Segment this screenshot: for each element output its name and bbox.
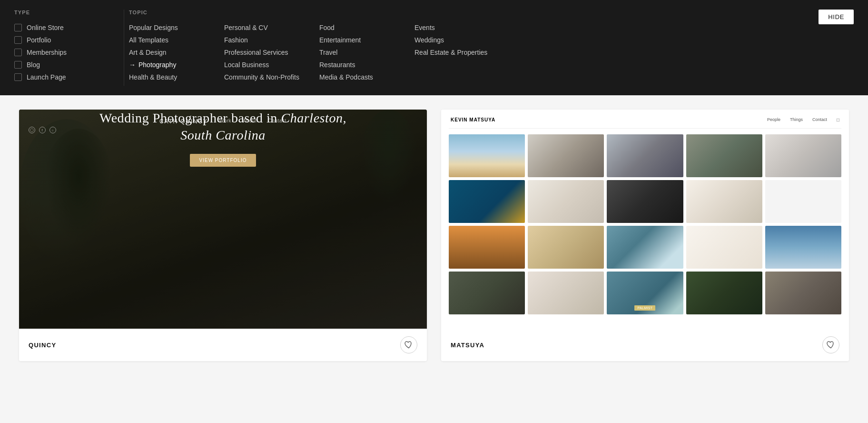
- photo-cell-8: [607, 180, 683, 223]
- photo-cell-11: [449, 226, 525, 269]
- matsuya-nav-links: People Things Contact □: [767, 117, 839, 122]
- type-topic-divider: [124, 10, 124, 86]
- type-filter-section: TYPE Online Store Portfolio Memberships …: [14, 10, 119, 86]
- templates-grid: ◯ f ○ CATH QUINCY Work About Contact Wed…: [0, 95, 868, 375]
- matsuya-favorite-button[interactable]: [822, 336, 839, 353]
- topic-column-3: Food Entertainment Travel Restaurants Me…: [319, 24, 414, 86]
- photo-cell-15: [765, 226, 841, 269]
- photo-cell-9: [686, 180, 762, 223]
- matsuya-content: KEVIN MATSUYA People Things Contact □: [441, 110, 849, 329]
- topic-restaurants[interactable]: Restaurants: [319, 61, 414, 69]
- template-card-quincy[interactable]: ◯ f ○ CATH QUINCY Work About Contact Wed…: [19, 110, 427, 361]
- topic-events[interactable]: Events: [414, 24, 510, 31]
- photo-cell-1: [449, 134, 525, 177]
- photo-cell-5: [765, 134, 841, 177]
- topic-column-4: Events Weddings Real Estate & Properties: [414, 24, 510, 86]
- type-filter-item-portfolio[interactable]: Portfolio: [14, 36, 119, 44]
- photo-cell-18: PALMIST: [607, 272, 683, 314]
- hide-button[interactable]: HIDE: [819, 10, 854, 24]
- quincy-headline: Wedding Photographer based in Charleston…: [19, 110, 427, 144]
- type-filter-item-online-store[interactable]: Online Store: [14, 24, 119, 31]
- type-label-launch-page: Launch Page: [27, 73, 66, 81]
- topic-travel[interactable]: Travel: [319, 49, 414, 56]
- type-filter-item-launch-page[interactable]: Launch Page: [14, 73, 119, 81]
- topic-photography[interactable]: → Photography: [129, 61, 224, 69]
- type-label: TYPE: [14, 10, 119, 15]
- topic-weddings[interactable]: Weddings: [414, 36, 510, 44]
- matsuya-name: MATSUYA: [451, 342, 484, 349]
- topic-all-templates[interactable]: → All Templates: [129, 36, 224, 44]
- photo-cell-14: [686, 226, 762, 269]
- checkbox-blog[interactable]: [14, 61, 22, 69]
- type-label-portfolio: Portfolio: [27, 36, 51, 44]
- photo-cell-4: [686, 134, 762, 177]
- topic-fashion[interactable]: Fashion: [224, 36, 319, 44]
- topic-real-estate[interactable]: Real Estate & Properties: [414, 49, 510, 56]
- filter-bar: TYPE Online Store Portfolio Memberships …: [0, 0, 868, 95]
- matsuya-nav-people[interactable]: People: [767, 117, 780, 122]
- template-card-matsuya[interactable]: KEVIN MATSUYA People Things Contact □: [441, 110, 849, 361]
- quincy-footer: QUINCY: [19, 329, 427, 361]
- photo-cell-20: [765, 272, 841, 314]
- matsuya-nav-contact[interactable]: Contact: [812, 117, 827, 122]
- quincy-cta-button[interactable]: View Portfolio: [190, 154, 256, 167]
- matsuya-preview: KEVIN MATSUYA People Things Contact □: [441, 110, 849, 329]
- topic-personal-cv[interactable]: Personal & CV: [224, 24, 319, 31]
- matsuya-footer: MATSUYA: [441, 329, 849, 361]
- topic-food[interactable]: Food: [319, 24, 414, 31]
- quincy-preview: ◯ f ○ CATH QUINCY Work About Contact Wed…: [19, 110, 427, 329]
- photo-cell-13: [607, 226, 683, 269]
- type-filter-item-memberships[interactable]: Memberships: [14, 49, 119, 56]
- type-label-online-store: Online Store: [27, 24, 64, 31]
- palmist-sign: PALMIST: [635, 305, 656, 311]
- matsuya-brand: KEVIN MATSUYA: [451, 117, 495, 122]
- matsuya-photo-grid: PALMIST: [449, 134, 841, 314]
- quincy-body: Wedding Photographer based in Charleston…: [19, 110, 427, 167]
- photo-cell-12: [528, 226, 604, 269]
- topic-media-podcasts[interactable]: Media & Podcasts: [319, 73, 414, 81]
- topic-columns: → Popular Designs → All Templates → Art …: [129, 24, 854, 86]
- photo-cell-10: [765, 180, 841, 223]
- active-arrow-icon: →: [129, 61, 136, 69]
- type-label-blog: Blog: [27, 61, 40, 69]
- heart-icon: [827, 341, 835, 349]
- type-label-memberships: Memberships: [27, 49, 67, 56]
- topic-entertainment[interactable]: Entertainment: [319, 36, 414, 44]
- photo-cell-19: [686, 272, 762, 314]
- photo-cell-17: [528, 272, 604, 314]
- topic-professional-services[interactable]: Professional Services: [224, 49, 319, 56]
- topic-health-beauty[interactable]: → Health & Beauty: [129, 73, 224, 81]
- topic-local-business[interactable]: Local Business: [224, 61, 319, 69]
- checkbox-portfolio[interactable]: [14, 36, 22, 44]
- matsuya-nav: KEVIN MATSUYA People Things Contact □: [449, 117, 841, 129]
- photo-cell-7: [528, 180, 604, 223]
- photo-cell-6: [449, 180, 525, 223]
- checkbox-memberships[interactable]: [14, 49, 22, 56]
- topic-popular-designs[interactable]: → Popular Designs: [129, 24, 224, 31]
- photo-cell-2: [528, 134, 604, 177]
- topic-community[interactable]: Community & Non-Profits: [224, 73, 319, 81]
- topic-column-1: → Popular Designs → All Templates → Art …: [129, 24, 224, 86]
- matsuya-nav-things[interactable]: Things: [790, 117, 803, 122]
- topic-column-2: Personal & CV Fashion Professional Servi…: [224, 24, 319, 86]
- photo-cell-3: [607, 134, 683, 177]
- photo-cell-16: [449, 272, 525, 314]
- quincy-favorite-button[interactable]: [400, 336, 417, 353]
- checkbox-launch-page[interactable]: [14, 73, 22, 81]
- type-filter-item-blog[interactable]: Blog: [14, 61, 119, 69]
- topic-art-design[interactable]: → Art & Design: [129, 49, 224, 56]
- checkbox-online-store[interactable]: [14, 24, 22, 31]
- matsuya-ig-icon: □: [837, 117, 839, 122]
- topic-label: TOPIC: [129, 10, 854, 15]
- heart-icon: [404, 341, 413, 349]
- quincy-name: QUINCY: [29, 342, 56, 349]
- topic-filter-section: TOPIC → Popular Designs → All Templates …: [129, 10, 854, 86]
